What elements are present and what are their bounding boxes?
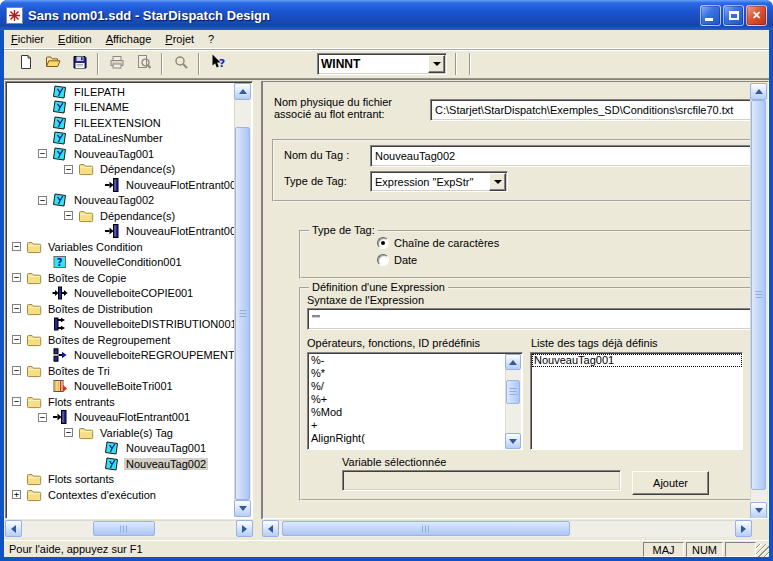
expander-minus-icon[interactable]: − <box>64 211 73 220</box>
menu-fichier[interactable]: Fichier <box>4 31 51 47</box>
menu-affichage[interactable]: Affichage <box>99 31 159 47</box>
expander-plus-icon[interactable]: + <box>12 490 21 499</box>
expander-minus-icon[interactable]: − <box>12 397 21 406</box>
tree-item-nouveautag002[interactable]: −NouveauTag002 <box>8 456 235 472</box>
radio-option-cha-ne-de-caract-res[interactable]: Chaîne de caractères <box>377 237 499 249</box>
environment-combobox[interactable]: WINNT <box>317 53 447 75</box>
tree-item-variables-condition[interactable]: −Variables Condition <box>8 239 235 255</box>
expander-minus-icon[interactable]: − <box>12 242 21 251</box>
tree-item-datalinesnumber[interactable]: −DataLinesNumber <box>8 131 235 147</box>
scroll-left-button[interactable] <box>262 520 279 537</box>
pane-splitter[interactable] <box>253 81 262 519</box>
combobox-dropdown-icon[interactable] <box>428 55 445 73</box>
scroll-down-button[interactable] <box>750 502 767 519</box>
scroll-up-button[interactable] <box>750 83 767 100</box>
scroll-right-button[interactable] <box>735 520 752 537</box>
combobox-dropdown-icon[interactable] <box>489 173 506 191</box>
operator-item[interactable]: + <box>309 419 504 432</box>
operators-scrollbar[interactable] <box>505 354 521 449</box>
operator-item[interactable]: %Mod <box>309 406 504 419</box>
folder-icon <box>26 363 42 379</box>
expander-minus-icon[interactable]: − <box>12 273 21 282</box>
radio-selected-icon[interactable] <box>377 237 389 249</box>
tree-item-nouveautag001[interactable]: −NouveauTag001 <box>8 146 235 162</box>
form-horizontal-scrollbar[interactable] <box>262 520 752 537</box>
tree-item-variable-s-tag[interactable]: −Variable(s) Tag <box>8 425 235 441</box>
resize-grip[interactable] <box>756 544 769 557</box>
menu-[interactable]: ? <box>201 31 221 47</box>
tree-hscroll-thumb[interactable] <box>93 521 155 536</box>
minimize-button[interactable] <box>700 5 721 26</box>
radio-unselected-icon[interactable] <box>377 254 389 266</box>
menu-edition[interactable]: Edition <box>51 31 99 47</box>
expander-minus-icon[interactable]: − <box>38 196 47 205</box>
tree-item-filename[interactable]: −FILENAME <box>8 100 235 116</box>
menu-projet[interactable]: Projet <box>158 31 201 47</box>
tree-item-nouvelleboitetri001[interactable]: −NouvelleBoiteTri001 <box>8 379 235 395</box>
tree-item-d-pendance-s[interactable]: −Dépendance(s) <box>8 208 235 224</box>
scroll-up-button[interactable] <box>505 354 521 370</box>
tree-item-nouveautag001[interactable]: −NouveauTag001 <box>8 441 235 457</box>
tree-item-nouveauflotentrant001[interactable]: −NouveauFlotEntrant001 <box>8 224 235 240</box>
expander-minus-icon[interactable]: − <box>12 335 21 344</box>
expander-minus-icon[interactable]: − <box>12 366 21 375</box>
expander-minus-icon[interactable]: − <box>64 165 73 174</box>
maximize-button[interactable] <box>723 5 744 26</box>
tree-item-bo-tes-de-distribution[interactable]: −Boîtes de Distribution <box>8 301 235 317</box>
operator-item[interactable]: %- <box>309 354 504 367</box>
operator-item[interactable]: AlignRight( <box>309 432 504 445</box>
operator-item[interactable]: %+ <box>309 393 504 406</box>
add-button[interactable]: Ajouter <box>632 471 709 495</box>
expander-minus-icon[interactable]: − <box>38 149 47 158</box>
tree-item-flots-entrants[interactable]: −Flots entrants <box>8 394 235 410</box>
form-hscroll-thumb[interactable] <box>282 521 570 536</box>
form-vertical-scrollbar[interactable] <box>750 83 767 519</box>
tree-item-nouvelleboitecopie001[interactable]: −NouvelleboiteCOPIE001 <box>8 286 235 302</box>
context-help-button[interactable]: ? <box>204 52 231 77</box>
operators-listbox[interactable]: %-%*%/%+%Mod+AlignRight( <box>307 352 523 450</box>
expander-minus-icon[interactable]: − <box>64 428 73 437</box>
scroll-down-button[interactable] <box>505 433 521 449</box>
tree-item-nouveauflotentrant001[interactable]: −NouveauFlotEntrant001 <box>8 177 235 193</box>
tree-item-bo-tes-de-regroupement[interactable]: −Boîtes de Regroupement <box>8 332 235 348</box>
operator-item[interactable]: %* <box>309 367 504 380</box>
arrow-up-icon <box>755 85 763 94</box>
selected-variable-input[interactable] <box>342 470 621 491</box>
tree-item-contextes-d-ex-cution[interactable]: +Contextes d'exécution <box>8 487 235 503</box>
physical-file-field[interactable]: C:\Starjet\StarDispatch\Exemples_SD\Cond… <box>430 99 753 121</box>
tree-item-bo-tes-de-tri[interactable]: −Boîtes de Tri <box>8 363 235 379</box>
tree-vscroll-thumb[interactable] <box>235 127 250 500</box>
tree-item-flots-sortants[interactable]: −Flots sortants <box>8 472 235 488</box>
close-button[interactable]: ✕ <box>746 5 767 26</box>
scroll-down-button[interactable] <box>234 500 251 517</box>
tag-type-combobox[interactable]: Expression "ExpStr" <box>370 171 508 192</box>
scroll-right-button[interactable] <box>236 520 253 537</box>
new-document-button[interactable] <box>12 52 39 77</box>
tree-horizontal-scrollbar[interactable] <box>5 520 253 537</box>
tree-item-d-pendance-s[interactable]: −Dépendance(s) <box>8 162 235 178</box>
expander-minus-icon[interactable]: − <box>12 304 21 313</box>
tree-item-nouveauflotentrant001[interactable]: −NouveauFlotEntrant001 <box>8 410 235 426</box>
scroll-left-button[interactable] <box>5 520 22 537</box>
syntax-input[interactable]: "" <box>307 308 753 330</box>
tree-item-fileextension[interactable]: −FILEEXTENSION <box>8 115 235 131</box>
tag-item[interactable]: NouveauTag001 <box>532 354 742 367</box>
radio-option-date[interactable]: Date <box>377 254 417 266</box>
scroll-up-button[interactable] <box>234 83 251 100</box>
save-floppy-button[interactable] <box>66 52 93 77</box>
tree-vertical-scrollbar[interactable] <box>234 83 251 517</box>
tag-icon <box>52 99 68 115</box>
open-folder-button[interactable] <box>39 52 66 77</box>
tags-listbox[interactable]: NouveauTag001 <box>530 352 743 450</box>
form-vscroll-thumb[interactable] <box>751 100 766 490</box>
operator-item[interactable]: %/ <box>309 380 504 393</box>
tree-item-nouvelleboiteregroupement001[interactable]: −NouvelleboiteREGROUPEMENT001 <box>8 348 235 364</box>
tag-name-input[interactable]: NouveauTag002 <box>370 145 753 167</box>
tree-item-nouvelleboitedistribution001[interactable]: −NouvelleboiteDISTRIBUTION001 <box>8 317 235 333</box>
expander-minus-icon[interactable]: − <box>38 413 47 422</box>
operators-scroll-thumb[interactable] <box>506 380 520 404</box>
tree-item-nouveautag002[interactable]: −NouveauTag002 <box>8 193 235 209</box>
tree-item-filepath[interactable]: −FILEPATH <box>8 84 235 100</box>
tree-item-bo-tes-de-copie[interactable]: −Boîtes de Copie <box>8 270 235 286</box>
tree-item-nouvellecondition001[interactable]: −?NouvelleCondition001 <box>8 255 235 271</box>
